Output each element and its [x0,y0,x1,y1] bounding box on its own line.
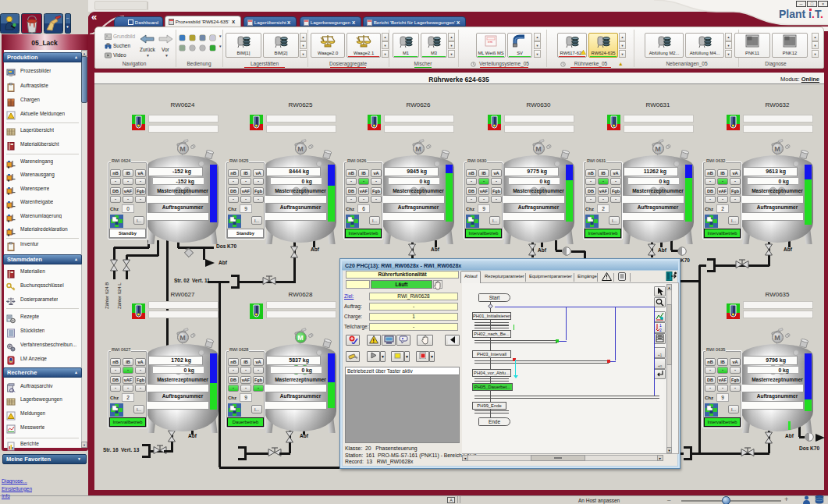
svg-text:!: ! [373,338,375,343]
svg-text:2: 2 [659,328,662,332]
svg-text:rrm: rrm [488,40,493,44]
